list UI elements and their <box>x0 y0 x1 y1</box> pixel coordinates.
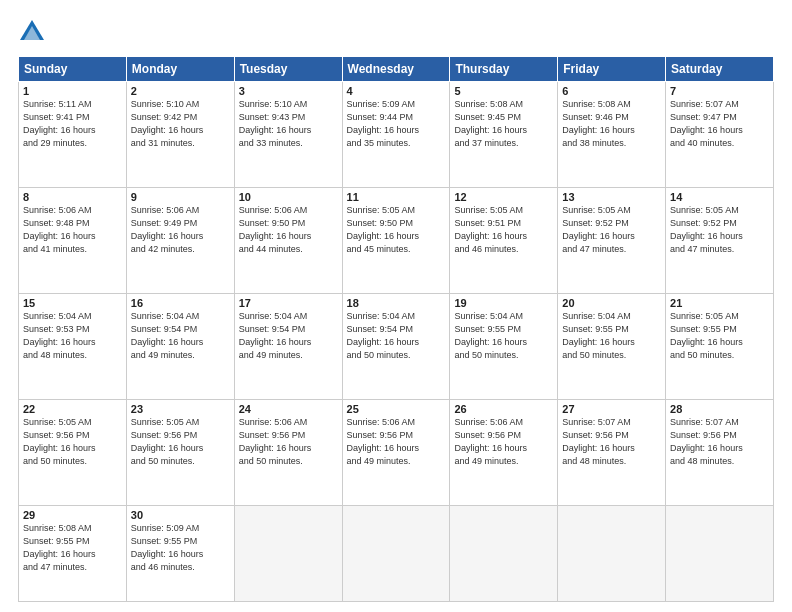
day-number: 23 <box>131 403 230 415</box>
day-number: 26 <box>454 403 553 415</box>
table-row: 22Sunrise: 5:05 AMSunset: 9:56 PMDayligh… <box>19 400 127 506</box>
day-info: Sunrise: 5:05 AMSunset: 9:50 PMDaylight:… <box>347 204 446 256</box>
day-number: 14 <box>670 191 769 203</box>
day-info: Sunrise: 5:04 AMSunset: 9:54 PMDaylight:… <box>239 310 338 362</box>
day-info: Sunrise: 5:08 AMSunset: 9:55 PMDaylight:… <box>23 522 122 574</box>
table-row: 24Sunrise: 5:06 AMSunset: 9:56 PMDayligh… <box>234 400 342 506</box>
day-info: Sunrise: 5:09 AMSunset: 9:55 PMDaylight:… <box>131 522 230 574</box>
day-info: Sunrise: 5:10 AMSunset: 9:42 PMDaylight:… <box>131 98 230 150</box>
table-row: 16Sunrise: 5:04 AMSunset: 9:54 PMDayligh… <box>126 294 234 400</box>
day-info: Sunrise: 5:05 AMSunset: 9:56 PMDaylight:… <box>23 416 122 468</box>
day-number: 28 <box>670 403 769 415</box>
day-number: 17 <box>239 297 338 309</box>
day-number: 6 <box>562 85 661 97</box>
table-row <box>558 506 666 602</box>
day-info: Sunrise: 5:06 AMSunset: 9:56 PMDaylight:… <box>454 416 553 468</box>
table-row: 1Sunrise: 5:11 AMSunset: 9:41 PMDaylight… <box>19 82 127 188</box>
table-row: 6Sunrise: 5:08 AMSunset: 9:46 PMDaylight… <box>558 82 666 188</box>
day-info: Sunrise: 5:04 AMSunset: 9:54 PMDaylight:… <box>347 310 446 362</box>
table-row: 14Sunrise: 5:05 AMSunset: 9:52 PMDayligh… <box>666 188 774 294</box>
day-info: Sunrise: 5:08 AMSunset: 9:46 PMDaylight:… <box>562 98 661 150</box>
day-info: Sunrise: 5:11 AMSunset: 9:41 PMDaylight:… <box>23 98 122 150</box>
day-number: 19 <box>454 297 553 309</box>
table-row <box>342 506 450 602</box>
table-row <box>234 506 342 602</box>
table-row: 29Sunrise: 5:08 AMSunset: 9:55 PMDayligh… <box>19 506 127 602</box>
table-row: 23Sunrise: 5:05 AMSunset: 9:56 PMDayligh… <box>126 400 234 506</box>
day-info: Sunrise: 5:05 AMSunset: 9:52 PMDaylight:… <box>562 204 661 256</box>
day-info: Sunrise: 5:05 AMSunset: 9:51 PMDaylight:… <box>454 204 553 256</box>
day-info: Sunrise: 5:07 AMSunset: 9:47 PMDaylight:… <box>670 98 769 150</box>
day-number: 2 <box>131 85 230 97</box>
day-number: 5 <box>454 85 553 97</box>
day-number: 3 <box>239 85 338 97</box>
table-row: 10Sunrise: 5:06 AMSunset: 9:50 PMDayligh… <box>234 188 342 294</box>
weekday-header: Monday <box>126 57 234 82</box>
day-number: 12 <box>454 191 553 203</box>
calendar-week-row: 29Sunrise: 5:08 AMSunset: 9:55 PMDayligh… <box>19 506 774 602</box>
day-info: Sunrise: 5:10 AMSunset: 9:43 PMDaylight:… <box>239 98 338 150</box>
calendar-week-row: 22Sunrise: 5:05 AMSunset: 9:56 PMDayligh… <box>19 400 774 506</box>
day-number: 13 <box>562 191 661 203</box>
table-row: 4Sunrise: 5:09 AMSunset: 9:44 PMDaylight… <box>342 82 450 188</box>
day-number: 29 <box>23 509 122 521</box>
day-number: 16 <box>131 297 230 309</box>
day-info: Sunrise: 5:04 AMSunset: 9:55 PMDaylight:… <box>562 310 661 362</box>
day-number: 25 <box>347 403 446 415</box>
day-info: Sunrise: 5:04 AMSunset: 9:54 PMDaylight:… <box>131 310 230 362</box>
weekday-header: Thursday <box>450 57 558 82</box>
day-number: 8 <box>23 191 122 203</box>
weekday-header-row: SundayMondayTuesdayWednesdayThursdayFrid… <box>19 57 774 82</box>
header <box>18 18 774 46</box>
day-info: Sunrise: 5:08 AMSunset: 9:45 PMDaylight:… <box>454 98 553 150</box>
day-number: 20 <box>562 297 661 309</box>
table-row: 8Sunrise: 5:06 AMSunset: 9:48 PMDaylight… <box>19 188 127 294</box>
table-row: 2Sunrise: 5:10 AMSunset: 9:42 PMDaylight… <box>126 82 234 188</box>
calendar-week-row: 1Sunrise: 5:11 AMSunset: 9:41 PMDaylight… <box>19 82 774 188</box>
table-row: 17Sunrise: 5:04 AMSunset: 9:54 PMDayligh… <box>234 294 342 400</box>
table-row: 19Sunrise: 5:04 AMSunset: 9:55 PMDayligh… <box>450 294 558 400</box>
day-info: Sunrise: 5:07 AMSunset: 9:56 PMDaylight:… <box>562 416 661 468</box>
day-info: Sunrise: 5:05 AMSunset: 9:56 PMDaylight:… <box>131 416 230 468</box>
table-row: 18Sunrise: 5:04 AMSunset: 9:54 PMDayligh… <box>342 294 450 400</box>
table-row: 12Sunrise: 5:05 AMSunset: 9:51 PMDayligh… <box>450 188 558 294</box>
day-number: 22 <box>23 403 122 415</box>
day-info: Sunrise: 5:06 AMSunset: 9:49 PMDaylight:… <box>131 204 230 256</box>
table-row: 28Sunrise: 5:07 AMSunset: 9:56 PMDayligh… <box>666 400 774 506</box>
day-number: 27 <box>562 403 661 415</box>
day-number: 4 <box>347 85 446 97</box>
table-row: 25Sunrise: 5:06 AMSunset: 9:56 PMDayligh… <box>342 400 450 506</box>
day-number: 15 <box>23 297 122 309</box>
table-row: 7Sunrise: 5:07 AMSunset: 9:47 PMDaylight… <box>666 82 774 188</box>
logo-icon <box>18 18 46 46</box>
table-row: 26Sunrise: 5:06 AMSunset: 9:56 PMDayligh… <box>450 400 558 506</box>
weekday-header: Sunday <box>19 57 127 82</box>
weekday-header: Wednesday <box>342 57 450 82</box>
day-number: 24 <box>239 403 338 415</box>
day-info: Sunrise: 5:04 AMSunset: 9:53 PMDaylight:… <box>23 310 122 362</box>
calendar-week-row: 15Sunrise: 5:04 AMSunset: 9:53 PMDayligh… <box>19 294 774 400</box>
table-row <box>666 506 774 602</box>
table-row: 15Sunrise: 5:04 AMSunset: 9:53 PMDayligh… <box>19 294 127 400</box>
day-number: 18 <box>347 297 446 309</box>
day-info: Sunrise: 5:04 AMSunset: 9:55 PMDaylight:… <box>454 310 553 362</box>
table-row <box>450 506 558 602</box>
logo <box>18 18 50 46</box>
day-number: 21 <box>670 297 769 309</box>
calendar-table: SundayMondayTuesdayWednesdayThursdayFrid… <box>18 56 774 602</box>
calendar-week-row: 8Sunrise: 5:06 AMSunset: 9:48 PMDaylight… <box>19 188 774 294</box>
page: SundayMondayTuesdayWednesdayThursdayFrid… <box>0 0 792 612</box>
day-info: Sunrise: 5:06 AMSunset: 9:48 PMDaylight:… <box>23 204 122 256</box>
table-row: 27Sunrise: 5:07 AMSunset: 9:56 PMDayligh… <box>558 400 666 506</box>
day-info: Sunrise: 5:07 AMSunset: 9:56 PMDaylight:… <box>670 416 769 468</box>
table-row: 3Sunrise: 5:10 AMSunset: 9:43 PMDaylight… <box>234 82 342 188</box>
day-info: Sunrise: 5:06 AMSunset: 9:56 PMDaylight:… <box>239 416 338 468</box>
table-row: 5Sunrise: 5:08 AMSunset: 9:45 PMDaylight… <box>450 82 558 188</box>
weekday-header: Tuesday <box>234 57 342 82</box>
day-number: 9 <box>131 191 230 203</box>
day-info: Sunrise: 5:09 AMSunset: 9:44 PMDaylight:… <box>347 98 446 150</box>
table-row: 21Sunrise: 5:05 AMSunset: 9:55 PMDayligh… <box>666 294 774 400</box>
day-info: Sunrise: 5:05 AMSunset: 9:55 PMDaylight:… <box>670 310 769 362</box>
weekday-header: Friday <box>558 57 666 82</box>
table-row: 13Sunrise: 5:05 AMSunset: 9:52 PMDayligh… <box>558 188 666 294</box>
